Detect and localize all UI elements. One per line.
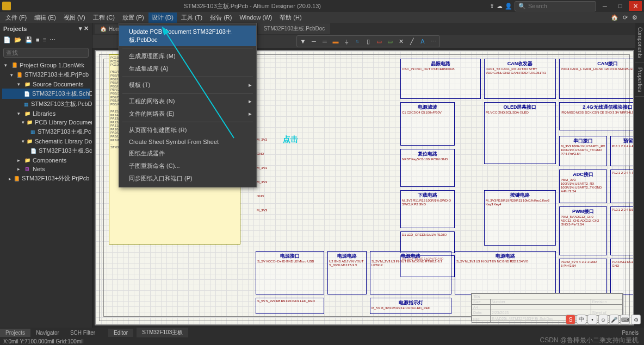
settings-icon[interactable]: ⚙	[632, 14, 637, 21]
editor-tab-label[interactable]: Editor	[108, 329, 133, 337]
tree-item[interactable]: 📄STM32F103主板.SchD	[2, 89, 90, 99]
schematic-block[interactable]: 下载电路M_3V3R11R12100R/1%SWDIOSWCLKP2GND	[400, 190, 455, 228]
gnd-icon[interactable]: ⏚	[342, 37, 351, 46]
tree-item[interactable]: ▸📙STM32F103+外设.PrjPcb	[2, 173, 90, 184]
schematic-block[interactable]: P10M_5V5 4 3 2 1GND5-Pin*2.54	[559, 259, 607, 294]
editor-file-label[interactable]: STM32F103主板	[137, 328, 188, 337]
menu-item[interactable]: Update PCB Document STM32F103主板.PcbDoc	[119, 26, 256, 46]
btab-navigator[interactable]: Navigator	[30, 329, 65, 337]
schematic-block[interactable]: CAN收发器CAN1_TXCAN1_RXU4TXD STBYVDD CANLGN…	[484, 59, 556, 99]
ime-cn-icon[interactable]: 中	[577, 315, 586, 324]
side-tab-components[interactable]: Components	[635, 23, 644, 63]
tree-item[interactable]: ▾📙STM32F103主板.PrjPcb	[2, 70, 90, 80]
share-icon[interactable]: ⇪	[490, 3, 494, 10]
tree-item[interactable]: 📄STM32F103主板.Sc	[2, 146, 90, 156]
ime-set-icon[interactable]: ⚙	[631, 315, 641, 324]
tree-item[interactable]: ▾📁Schematic Library Doc	[2, 137, 90, 146]
part-icon[interactable]: ▯	[363, 37, 373, 46]
refresh-icon[interactable]: ⟳	[623, 14, 628, 21]
filter-icon[interactable]: ▼	[298, 37, 308, 46]
tab-pcbdoc[interactable]: STM32F103主板.PcbDoc	[258, 23, 330, 34]
menu-view[interactable]: 视图 (V)	[60, 12, 89, 23]
menu-place[interactable]: 放置 (P)	[119, 12, 147, 23]
menu-item[interactable]: Create Sheet Symbol From Sheet	[119, 136, 256, 147]
tree-item[interactable]: ▾📁PCB Library Documen	[2, 118, 90, 127]
schematic-block[interactable]: 复位电路NRSTKey5C6100nF/50VGND	[400, 149, 455, 187]
tree-icon[interactable]: ≡	[43, 36, 46, 43]
schematic-block[interactable]: 串口接口M_3V3100R/1% USART1_RX100R/1% USART1…	[559, 136, 607, 166]
schematic-block[interactable]: 电源电路S_5VM_3V3U3INOUTENNCGNDR222.54/VO	[455, 251, 556, 294]
cloud-icon[interactable]: ☁	[497, 3, 503, 10]
wire-icon[interactable]: ─	[309, 37, 319, 46]
home-icon[interactable]: 🏠	[611, 14, 618, 21]
menu-item[interactable]: 从页面符创建图纸 (R)	[119, 124, 256, 136]
text-icon[interactable]: A	[418, 37, 428, 46]
save-icon[interactable]: 💾	[25, 36, 33, 43]
ime-emoji-icon[interactable]: ☺	[598, 315, 608, 324]
sheet-icon[interactable]: ▭	[374, 37, 384, 46]
menu-item[interactable]: 文件的网络表 (E)▸	[119, 108, 256, 120]
tree-item[interactable]: ▦STM32F103主板.Pc	[2, 127, 90, 137]
menu-edit[interactable]: 编辑 (E)	[31, 12, 59, 23]
tree-item[interactable]: ▸📁Components	[2, 156, 90, 165]
schematic-block[interactable]: 预留接口P111 2 3 44-Pin*2.54	[610, 136, 634, 166]
schematic-block[interactable]: 电源滤波C1C2C3C4C5100nF/50V	[400, 102, 455, 146]
menu-item[interactable]: 生成集成库 (A)	[119, 62, 256, 75]
port-icon[interactable]: ▭	[385, 37, 395, 46]
schematic-block[interactable]: ADC接口P8M_3V3100R/1% USART2_RX100R/1% USA…	[559, 170, 607, 203]
user-icon[interactable]: 👤	[505, 3, 512, 10]
schematic-block[interactable]: 电源指示灯M_5VM_3V3R8R91k/1%D4LED_RED	[370, 298, 451, 314]
menu-item[interactable]: 子图重新命名 (C)...	[119, 160, 256, 172]
menu-item[interactable]: 图纸生成器件	[119, 147, 256, 160]
schematic-block[interactable]: S_5VS_3V3R8R91k/1%D3LED_RED	[256, 298, 324, 314]
close-button[interactable]: ✕	[629, 1, 642, 11]
noerc-icon[interactable]: ✕	[396, 37, 406, 46]
compile-icon[interactable]: ■	[36, 36, 40, 43]
tree-item[interactable]: ▦STM32F103主板.PcbD	[2, 99, 90, 109]
btab-schfilter[interactable]: SCH Filter	[65, 329, 101, 337]
project-search-input[interactable]	[3, 48, 89, 58]
ime-logo-icon[interactable]: S	[566, 315, 575, 324]
open-icon[interactable]: 📂	[14, 36, 22, 43]
schematic-block[interactable]: PWM接口P9M_5VADC12_CH0ADC12_CH1ADC12_CH2GN…	[559, 206, 607, 255]
ime-kbd-icon[interactable]: ⌨	[620, 315, 630, 324]
schematic-block[interactable]: 2.4G无线通信模块接口IRQMISOMOSISCKCSNCEGND3.3VNR…	[559, 102, 634, 130]
tree-item[interactable]: ▾📁Source Documents	[2, 80, 90, 89]
tree-item[interactable]: ▾📙Project Group 1.DsnWrk	[2, 61, 90, 70]
more-icon[interactable]: ⋯	[429, 37, 438, 46]
menu-window[interactable]: Window (W)	[236, 13, 275, 22]
minimize-button[interactable]: ─	[598, 1, 611, 11]
panel-menu-icon[interactable]: ▾ ✕	[79, 25, 89, 32]
schematic-block[interactable]: 电源电路U2GND ADJVINVOUTS_3V3LM1117-3.3	[327, 251, 367, 294]
net-icon[interactable]: ▬	[331, 37, 340, 46]
schematic-block[interactable]: D1LED_GREEN1k/1%R13IO	[400, 231, 455, 253]
btab-projects[interactable]: Projects	[0, 329, 30, 337]
menu-item[interactable]: 模板 (T)▸	[119, 79, 256, 91]
tree-item[interactable]: ▸⊞Nets	[2, 165, 90, 173]
global-search[interactable]: 🔍	[515, 1, 596, 11]
more-icon[interactable]: ⋯	[49, 36, 55, 43]
schematic-block[interactable]: CAN接口P3P4CAN1_LCAN1_HGND120R/1%SM02B-GHS…	[559, 59, 634, 99]
menu-item[interactable]: 同步图纸入口和端口 (P)	[119, 172, 256, 185]
schematic-block[interactable]: P121 2 3 44-Pin*2.54	[610, 170, 634, 203]
ime-punct-icon[interactable]: •	[587, 315, 597, 324]
schematic-block[interactable]: P14RA12RC1155-Pin*2.54GND	[610, 259, 634, 294]
schematic-block[interactable]: 晶振电路OSC_INOSC_OUTCSTCE8M00G5	[400, 59, 481, 99]
schematic-block[interactable]: P131 2 3 4 55-Pin*2.54	[610, 206, 634, 255]
menu-tools[interactable]: 工具 (T)	[178, 12, 206, 23]
schematic-block[interactable]: 按键电路M_3V3R18R19R20R2110k/1%Key1Key2Key3K…	[484, 190, 556, 246]
new-icon[interactable]: 📄	[3, 36, 11, 43]
menu-help[interactable]: 帮助 (H)	[276, 12, 305, 23]
menu-file[interactable]: 文件 (F)	[2, 12, 30, 23]
ime-voice-icon[interactable]: 🎤	[609, 315, 619, 324]
power-icon[interactable]: ≈	[352, 37, 362, 46]
schematic-block[interactable]: 电源电路S_5VM_3V3U3INOUTENNCGNDRT9013-3.3LP5…	[370, 251, 451, 294]
line-icon[interactable]: ╱	[407, 37, 417, 46]
menu-report[interactable]: 报告 (R)	[207, 12, 235, 23]
menu-item[interactable]: 工程的网络表 (N)▸	[119, 95, 256, 108]
menu-design[interactable]: 设计 (D)	[148, 12, 177, 23]
schematic-block[interactable]: 电源接口S_5VVCCD-D+IDGNDU2Micro USB	[256, 251, 324, 294]
side-tab-properties[interactable]: Properties	[635, 63, 644, 97]
tree-item[interactable]: ▾📁Libraries	[2, 109, 90, 118]
maximize-button[interactable]: □	[614, 1, 627, 11]
